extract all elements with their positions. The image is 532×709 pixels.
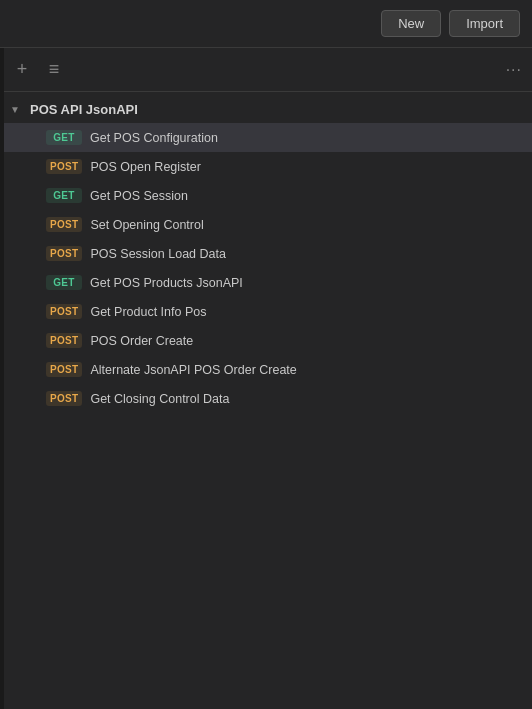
request-item[interactable]: GET Get POS Products JsonAPI bbox=[0, 268, 532, 297]
method-badge: GET bbox=[46, 275, 82, 290]
request-item[interactable]: POST Alternate JsonAPI POS Order Create bbox=[0, 355, 532, 384]
request-name: Get Product Info Pos bbox=[90, 305, 206, 319]
collection-name: POS API JsonAPI bbox=[30, 102, 138, 117]
request-item[interactable]: POST Set Opening Control bbox=[0, 210, 532, 239]
request-name: Get Closing Control Data bbox=[90, 392, 229, 406]
request-name: Get POS Products JsonAPI bbox=[90, 276, 243, 290]
toolbar: + ≡ ··· bbox=[0, 48, 532, 92]
method-badge: POST bbox=[46, 246, 82, 261]
request-name: Set Opening Control bbox=[90, 218, 203, 232]
request-name: POS Session Load Data bbox=[90, 247, 226, 261]
request-item[interactable]: GET Get POS Session bbox=[0, 181, 532, 210]
requests-list: GET Get POS Configuration POST POS Open … bbox=[0, 123, 532, 413]
top-bar: New Import bbox=[0, 0, 532, 48]
method-badge: POST bbox=[46, 362, 82, 377]
collection-header[interactable]: ▼ POS API JsonAPI bbox=[0, 96, 532, 123]
method-badge: GET bbox=[46, 130, 82, 145]
request-item[interactable]: POST POS Order Create bbox=[0, 326, 532, 355]
import-button[interactable]: Import bbox=[449, 10, 520, 37]
chevron-down-icon: ▼ bbox=[10, 104, 24, 115]
method-badge: POST bbox=[46, 304, 82, 319]
request-name: Get POS Session bbox=[90, 189, 188, 203]
more-options-icon[interactable]: ··· bbox=[506, 61, 522, 79]
method-badge: POST bbox=[46, 159, 82, 174]
method-badge: POST bbox=[46, 333, 82, 348]
method-badge: GET bbox=[46, 188, 82, 203]
request-name: Get POS Configuration bbox=[90, 131, 218, 145]
add-icon[interactable]: + bbox=[10, 58, 34, 82]
method-badge: POST bbox=[46, 391, 82, 406]
new-button[interactable]: New bbox=[381, 10, 441, 37]
request-item[interactable]: POST Get Product Info Pos bbox=[0, 297, 532, 326]
request-item[interactable]: POST POS Session Load Data bbox=[0, 239, 532, 268]
filter-icon[interactable]: ≡ bbox=[42, 58, 66, 82]
request-name: POS Open Register bbox=[90, 160, 200, 174]
sidebar: + ≡ ··· ▼ POS API JsonAPI GET Get POS Co… bbox=[0, 48, 532, 709]
method-badge: POST bbox=[46, 217, 82, 232]
request-name: POS Order Create bbox=[90, 334, 193, 348]
request-name: Alternate JsonAPI POS Order Create bbox=[90, 363, 296, 377]
request-item[interactable]: GET Get POS Configuration bbox=[0, 123, 532, 152]
left-edge bbox=[0, 48, 4, 709]
request-item[interactable]: POST Get Closing Control Data bbox=[0, 384, 532, 413]
request-item[interactable]: POST POS Open Register bbox=[0, 152, 532, 181]
collection-tree: ▼ POS API JsonAPI GET Get POS Configurat… bbox=[0, 92, 532, 709]
